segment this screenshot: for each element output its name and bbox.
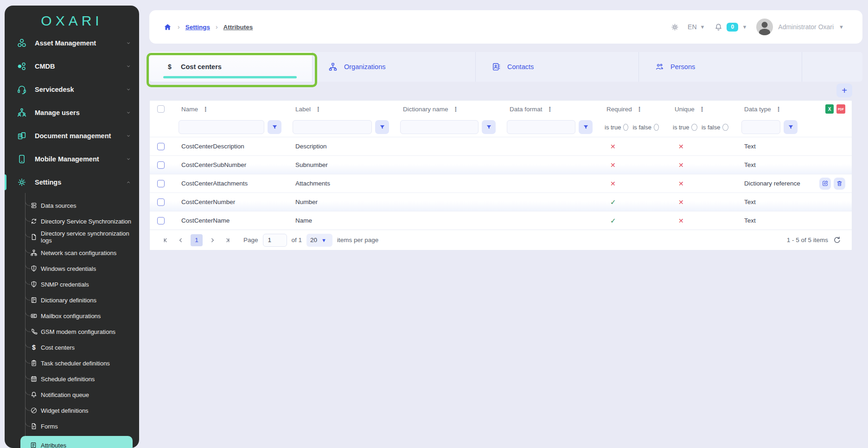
filter-input-data-type[interactable] — [741, 120, 780, 134]
select-all-checkbox[interactable] — [157, 105, 165, 113]
sidebar-subitem-mailbox-configurations[interactable]: Mailbox configurations — [5, 308, 139, 324]
row-checkbox[interactable] — [157, 180, 165, 187]
breadcrumb-attributes-link[interactable]: Attributes — [223, 24, 253, 31]
filter-radio-false[interactable] — [654, 124, 659, 131]
settings-icon — [17, 177, 27, 187]
table-row[interactable]: CostCenterDescriptionDescription✕✕Text — [150, 137, 852, 155]
sidebar-subitem-cost-centers[interactable]: $Cost centers — [5, 339, 139, 355]
tab-organizations[interactable]: Organizations — [313, 52, 476, 82]
cell-label: Attachments — [286, 180, 394, 187]
table-row[interactable]: CostCenterAttachmentsAttachments✕✕Dictio… — [150, 174, 852, 192]
sidebar-subitem-data-sources[interactable]: Data sources — [5, 198, 139, 213]
export-pdf-icon[interactable]: PDF — [836, 104, 845, 114]
row-checkbox[interactable] — [157, 217, 165, 224]
filter-funnel-button[interactable] — [375, 120, 389, 134]
table-row[interactable]: CostCenterNameName✓✕Text — [150, 211, 852, 230]
sidebar-item-cmdb[interactable]: CMDB — [5, 55, 139, 78]
filter-input-label[interactable] — [293, 120, 372, 134]
next-page-button[interactable] — [207, 235, 217, 245]
sidebar-subitem-snmp-credentials[interactable]: SNMP credentials — [5, 276, 139, 292]
refresh-icon[interactable] — [833, 236, 842, 244]
column-menu-icon[interactable]: ⋮ — [699, 106, 705, 113]
row-checkbox[interactable] — [157, 143, 165, 150]
sidebar-item-manage-users[interactable]: Manage users — [5, 101, 139, 124]
sidebar-item-asset-management[interactable]: Asset Management — [5, 32, 139, 55]
filter-funnel-button[interactable] — [482, 120, 496, 134]
column-menu-icon[interactable]: ⋮ — [547, 106, 553, 113]
sidebar-subitem-windows-credentials[interactable]: Windows credentials — [5, 261, 139, 276]
table-row[interactable]: CostCenterSubNumberSubnumber✕✕Text — [150, 155, 852, 174]
sidebar-subitem-label: Windows credentials — [41, 265, 96, 272]
sidebar-item-document-management[interactable]: Document management — [5, 124, 139, 147]
cell-required: ✓ — [597, 217, 665, 225]
row-checkbox[interactable] — [157, 161, 165, 169]
column-menu-icon[interactable]: ⋮ — [453, 106, 459, 113]
tab-cost-centers[interactable]: $Cost centers — [149, 52, 313, 82]
filter-input-dictionary-name[interactable] — [400, 120, 479, 134]
sidebar-subitem-network-scan-configurations[interactable]: Network scan configurations — [5, 245, 139, 261]
page-size-select[interactable]: 20 ▼ — [306, 234, 332, 247]
cell-name: CostCenterSubNumber — [172, 161, 286, 168]
pagination: 1 Page of 1 20 ▼ items per page 1 - 5 of… — [150, 230, 852, 250]
filter-funnel-button[interactable] — [784, 120, 798, 134]
prev-page-button[interactable] — [176, 235, 186, 245]
asset-management-icon — [17, 38, 27, 48]
sidebar-subitem-gsm-modem-configurations[interactable]: GSM modem configurations — [5, 324, 139, 339]
required-true-icon: ✓ — [610, 217, 616, 224]
filter-radio-true[interactable] — [623, 124, 628, 131]
page-label: Page — [243, 237, 258, 243]
sidebar-nav: Asset ManagementCMDBServicedeskManage us… — [5, 32, 139, 448]
column-menu-icon[interactable]: ⋮ — [203, 106, 209, 113]
breadcrumb: › Settings › Attributes — [163, 23, 253, 32]
sidebar-subitem-directory-service-synchronization-logs[interactable]: Directory service synchronization logs — [5, 229, 139, 245]
cell-unique: ✕ — [665, 217, 735, 224]
sidebar-item-settings[interactable]: Settings — [5, 171, 139, 194]
export-excel-icon[interactable]: X — [825, 104, 834, 114]
column-menu-icon[interactable]: ⋮ — [637, 106, 643, 113]
first-page-button[interactable] — [161, 235, 171, 245]
breadcrumb-settings-link[interactable]: Settings — [185, 24, 210, 31]
sidebar-subitem-directory-service-synchronization[interactable]: Directory Service Synchronization — [5, 213, 139, 229]
page-number-input[interactable] — [263, 234, 287, 247]
bell-icon — [714, 23, 723, 32]
tab-contacts[interactable]: Contacts — [476, 52, 639, 82]
filter-funnel-button[interactable] — [268, 120, 281, 134]
row-checkbox[interactable] — [157, 198, 165, 206]
column-header-unique: Unique — [675, 106, 695, 113]
filter-radio-true[interactable] — [691, 124, 697, 131]
sidebar-item-label: CMDB — [35, 63, 55, 70]
sidebar-subitem-task-scheduler-definitions[interactable]: Task scheduler definitions — [5, 355, 139, 371]
items-range-label: 1 - 5 of 5 items — [787, 237, 828, 243]
sidebar-item-servicedesk[interactable]: Servicedesk — [5, 78, 139, 101]
last-page-button[interactable] — [222, 235, 232, 245]
cell-required: ✕ — [597, 143, 665, 150]
language-selector[interactable]: EN ▼ — [688, 23, 705, 31]
tab-persons[interactable]: Persons — [639, 52, 802, 82]
cell-required: ✓ — [597, 198, 665, 206]
sidebar-item-mobile-management[interactable]: Mobile Management — [5, 147, 139, 171]
sidebar-subitem-notification-queue[interactable]: Notification queue — [5, 387, 139, 403]
sidebar-subitem-label: Dictionary definitions — [41, 297, 96, 304]
filter-radio-false[interactable] — [722, 124, 728, 131]
filter-funnel-button[interactable] — [579, 120, 593, 134]
current-page-button[interactable]: 1 — [191, 234, 203, 246]
filter-input-name[interactable] — [179, 120, 264, 134]
sidebar-subitem-forms[interactable]: Forms — [5, 418, 139, 434]
sidebar-subitem-widget-definitions[interactable]: Widget definitions — [5, 403, 139, 418]
home-icon[interactable] — [163, 23, 172, 32]
dollar-icon: $ — [165, 62, 174, 71]
filter-input-data-format[interactable] — [507, 120, 575, 134]
sidebar-subitem-schedule-definitions[interactable]: Schedule definitions — [5, 371, 139, 387]
edit-row-button[interactable] — [819, 178, 831, 190]
sidebar-subitem-attributes[interactable]: Attributes — [20, 436, 133, 448]
column-menu-icon[interactable]: ⋮ — [315, 106, 321, 113]
user-menu[interactable]: Administrator Oxari ▼ — [756, 19, 844, 35]
delete-row-button[interactable] — [834, 178, 845, 190]
sidebar-subitem-dictionary-definitions[interactable]: Dictionary definitions — [5, 292, 139, 308]
gear-icon[interactable] — [670, 23, 679, 32]
table-row[interactable]: CostCenterNumberNumber✓✕Text — [150, 192, 852, 211]
column-menu-icon[interactable]: ⋮ — [776, 106, 782, 113]
chevron-down-icon — [125, 63, 132, 70]
add-attribute-button[interactable]: + — [836, 83, 852, 97]
notifications-dropdown[interactable]: 0 ▼ — [714, 23, 747, 32]
